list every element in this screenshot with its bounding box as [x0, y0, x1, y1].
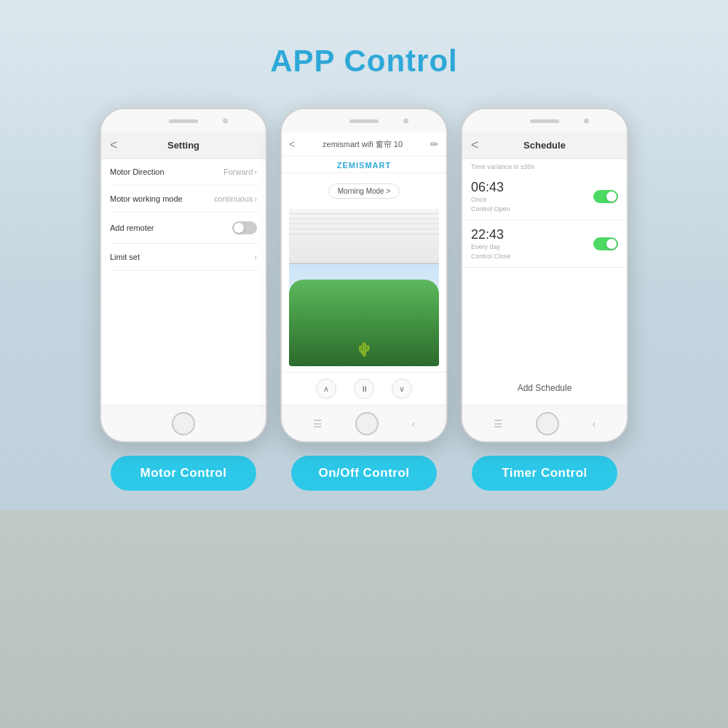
schedule-repeat-2: Every day — [471, 243, 511, 250]
phone2-controls: ∧ ⏸ ∨ — [282, 372, 446, 405]
phone3: < Schedule Time variance is ±30s 06:43 O… — [461, 108, 628, 443]
phone2: < zemismart wifi 窗帘 10 ✏ ZEMISMART Morni… — [280, 108, 448, 443]
window-illustration: 🌵 — [289, 209, 439, 366]
back-button-phone1[interactable]: < — [110, 138, 118, 153]
phone2-speaker — [349, 119, 379, 123]
limit-set-chevron: › — [254, 253, 257, 261]
phone3-wrapper: < Schedule Time variance is ±30s 06:43 O… — [461, 108, 628, 491]
motor-control-label: Motor Control — [111, 456, 256, 491]
nav-menu-icon-3[interactable]: ☰ — [494, 418, 503, 430]
phone1-screen: < Setting Motor Direction Forward › Moto… — [101, 132, 266, 405]
schedule-title: Schedule — [523, 140, 566, 151]
timer-control-label: Timer Control — [472, 456, 617, 491]
limit-set-row[interactable]: Limit set › — [110, 244, 257, 271]
setting-title: Setting — [167, 140, 199, 151]
phone1-top — [101, 109, 266, 132]
schedule-time-2: 22:43 — [471, 228, 511, 241]
add-remoter-toggle[interactable] — [232, 221, 257, 234]
schedule-toggle-1[interactable] — [593, 190, 618, 203]
phone3-screen: < Schedule Time variance is ±30s 06:43 O… — [462, 132, 627, 405]
phone3-bottom: ☰ ‹ — [462, 405, 627, 441]
phone1-camera — [223, 119, 228, 124]
motor-direction-value: Forward › — [223, 167, 257, 176]
nav-back-icon-3[interactable]: ‹ — [593, 418, 596, 430]
phone1-wrapper: < Setting Motor Direction Forward › Moto… — [100, 108, 267, 491]
app-title2: zemismart wifi 窗帘 10 — [323, 139, 403, 150]
schedule-item-1-info: 06:43 Once Control Open — [471, 181, 510, 213]
phone1-bottom — [101, 405, 266, 441]
schedule-note: Time variance is ±30s — [462, 159, 627, 173]
nav-back-icon[interactable]: ‹ — [412, 418, 416, 430]
phone2-screen: < zemismart wifi 窗帘 10 ✏ ZEMISMART Morni… — [282, 132, 446, 405]
cactus-icon: 🌵 — [356, 341, 372, 357]
schedule-action-2: Control Close — [471, 253, 511, 260]
add-remoter-row: Add remoter — [110, 213, 257, 244]
motor-mode-label: Motor working mode — [110, 194, 183, 203]
morning-mode-btn[interactable]: Morning Mode > — [328, 183, 400, 199]
phone2-bottom: ☰ ‹ — [282, 405, 446, 441]
pause-btn[interactable]: ⏸ — [354, 379, 374, 399]
phone2-top — [282, 109, 446, 132]
page-title: APP Control — [270, 44, 458, 79]
schedule-action-1: Control Open — [471, 205, 510, 213]
phone3-camera — [584, 119, 589, 124]
close-btn[interactable]: ∨ — [392, 379, 412, 399]
blind-lines — [289, 209, 439, 263]
schedule-content: Time variance is ±30s 06:43 Once Control… — [462, 159, 627, 405]
phone3-speaker — [530, 119, 559, 123]
schedule-repeat-1: Once — [471, 196, 510, 203]
blind — [289, 209, 439, 264]
schedule-time-1: 06:43 — [471, 181, 510, 194]
phone1: < Setting Motor Direction Forward › Moto… — [100, 108, 267, 443]
limit-set-label: Limit set — [110, 253, 140, 261]
phone2-wrapper: < zemismart wifi 窗帘 10 ✏ ZEMISMART Morni… — [280, 108, 448, 491]
phone1-speaker — [169, 119, 198, 123]
home-button-2[interactable] — [355, 412, 379, 435]
phone2-camera — [403, 119, 408, 124]
edit-icon[interactable]: ✏ — [430, 138, 439, 150]
motor-mode-row[interactable]: Motor working mode continuous › — [110, 186, 257, 213]
app-header2: < zemismart wifi 窗帘 10 ✏ — [282, 132, 446, 157]
schedule-header: < Schedule — [462, 132, 627, 159]
phone3-top — [462, 109, 627, 132]
setting-header: < Setting — [101, 132, 266, 159]
setting-rows: Motor Direction Forward › Motor working … — [101, 159, 266, 271]
schedule-item-2-info: 22:43 Every day Control Close — [471, 228, 511, 260]
main-content: APP Control < Setting — [0, 0, 728, 728]
back-button-phone3[interactable]: < — [471, 138, 479, 153]
schedule-item-1: 06:43 Once Control Open — [462, 173, 627, 221]
onoff-control-label: On/Off Control — [291, 456, 437, 491]
motor-direction-row[interactable]: Motor Direction Forward › — [110, 159, 257, 186]
add-schedule-btn[interactable]: Add Schedule — [462, 371, 627, 405]
nav-menu-icon[interactable]: ☰ — [313, 418, 323, 430]
open-btn[interactable]: ∧ — [316, 379, 336, 399]
home-button-1[interactable] — [172, 412, 195, 435]
schedule-item-2: 22:43 Every day Control Close — [462, 221, 627, 268]
home-button-3[interactable] — [536, 412, 559, 435]
phone2-back[interactable]: < — [289, 138, 295, 150]
phones-row: < Setting Motor Direction Forward › Moto… — [100, 108, 628, 491]
motor-direction-label: Motor Direction — [110, 167, 165, 176]
motor-mode-value: continuous › — [214, 194, 257, 203]
add-remoter-label: Add remoter — [110, 223, 154, 232]
zemismart-logo: ZEMISMART — [282, 157, 446, 173]
schedule-toggle-2[interactable] — [593, 237, 618, 250]
